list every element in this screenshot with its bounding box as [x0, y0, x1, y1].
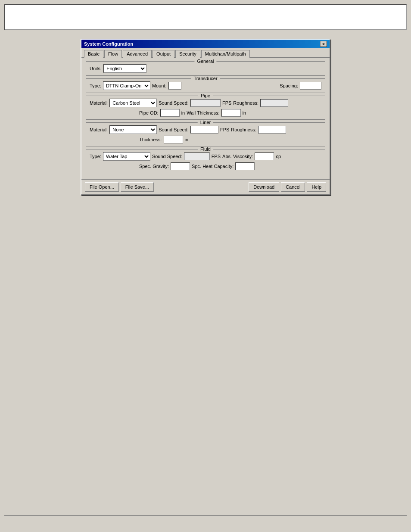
- content-area: System Configuration × Basic Flow Advanc…: [4, 34, 407, 199]
- fluid-row1: Type: Water Tap Sound Speed: 4911.50 FPS…: [90, 152, 321, 161]
- fluid-spec-grav-input[interactable]: 1.00: [171, 162, 190, 170]
- help-button[interactable]: Help: [307, 182, 326, 192]
- fluid-sound-label: Sound Speed:: [152, 154, 182, 159]
- fluid-abs-visc-label: Abs. Viscosity:: [222, 154, 253, 159]
- pipe-od-input[interactable]: 0.84: [160, 109, 180, 117]
- liner-roughness-label: Roughness:: [231, 127, 256, 132]
- liner-thick-label: Thickness:: [139, 137, 162, 142]
- fluid-cp-label: cp: [276, 154, 281, 159]
- transducer-title: Transducer: [191, 76, 220, 81]
- download-button[interactable]: Download: [249, 182, 279, 192]
- pipe-title: Pipe: [198, 93, 213, 98]
- pipe-sound-input[interactable]: 10398.00: [190, 99, 221, 107]
- pipe-material-select[interactable]: Carbon Steel: [109, 99, 157, 107]
- tab-output[interactable]: Output: [153, 50, 174, 58]
- bottom-buttons: File Open... File Save... Download Cance…: [81, 179, 330, 194]
- tab-multichan[interactable]: Multichan/Multipath: [201, 50, 250, 58]
- spacing-input[interactable]: 0.71: [300, 82, 321, 90]
- liner-title: Liner: [198, 120, 213, 125]
- pipe-sound-label: Sound Speed:: [159, 100, 189, 106]
- liner-row1: Material: None Sound Speed: FPS Roughnes…: [90, 125, 321, 134]
- pipe-row2: Pipe OD: 0.84 in Wall Thickness: 0.109 i…: [90, 109, 321, 117]
- dialog-window: System Configuration × Basic Flow Advanc…: [81, 39, 330, 195]
- fluid-spec-grav-label: Spec. Gravity:: [139, 164, 169, 169]
- pipe-in-label: in: [181, 110, 185, 115]
- fluid-type-label: Type:: [90, 154, 101, 159]
- transducer-row: Type: DTTN Clamp-On Mount: V Spacing: 0.…: [90, 81, 321, 90]
- units-label: Units:: [90, 66, 102, 71]
- pipe-od-label: Pipe OD:: [139, 110, 159, 115]
- general-section: General Units: English: [86, 61, 325, 76]
- pipe-wall-label: Wall Thickness:: [187, 110, 219, 115]
- units-row: Units: English: [90, 64, 321, 73]
- fluid-spec-heat-label: Spc. Heat Capacity:: [192, 164, 234, 169]
- general-title: General: [194, 59, 216, 64]
- pipe-material-label: Material:: [90, 100, 108, 106]
- liner-thick-input[interactable]: 0: [164, 136, 183, 143]
- dialog-title: System Configuration: [84, 41, 133, 47]
- fluid-title: Fluid: [198, 146, 213, 152]
- fluid-sound-input[interactable]: 4911.50: [184, 152, 210, 160]
- pipe-in2-label: in: [243, 110, 246, 115]
- tab-flow[interactable]: Flow: [104, 50, 122, 58]
- fluid-fps-label: FPS: [212, 154, 221, 159]
- pipe-roughness-input[interactable]: 0.000150: [260, 99, 288, 107]
- transducer-type-label: Type:: [90, 83, 101, 88]
- fluid-abs-visc-input[interactable]: 1.00: [255, 152, 274, 160]
- liner-section: Liner Material: None Sound Speed: FPS Ro…: [86, 122, 325, 146]
- tab-basic[interactable]: Basic: [84, 50, 103, 58]
- fluid-type-select[interactable]: Water Tap: [103, 152, 150, 161]
- outer-frame: System Configuration × Basic Flow Advanc…: [0, 0, 411, 532]
- tab-security[interactable]: Security: [175, 50, 200, 58]
- tab-bar: Basic Flow Advanced Output Security Mult…: [81, 48, 330, 58]
- transducer-type-select[interactable]: DTTN Clamp-On: [103, 81, 150, 90]
- units-select[interactable]: English: [103, 64, 146, 73]
- liner-roughness-input[interactable]: [258, 126, 286, 134]
- bottom-bar: [4, 515, 407, 528]
- pipe-wall-input[interactable]: 0.109: [221, 109, 241, 117]
- fluid-spec-heat-input[interactable]: 1: [235, 162, 255, 170]
- transducer-section: Transducer Type: DTTN Clamp-On Mount: V …: [86, 78, 325, 93]
- dialog-titlebar: System Configuration ×: [81, 40, 330, 48]
- pipe-row1: Material: Carbon Steel Sound Speed: 1039…: [90, 99, 321, 107]
- pipe-roughness-label: Roughness:: [233, 100, 258, 106]
- cancel-button[interactable]: Cancel: [281, 182, 305, 192]
- close-button[interactable]: ×: [320, 41, 327, 47]
- tab-advanced[interactable]: Advanced: [123, 50, 152, 58]
- liner-material-label: Material:: [90, 127, 108, 132]
- fluid-section: Fluid Type: Water Tap Sound Speed: 4911.…: [86, 149, 325, 173]
- mount-input[interactable]: V: [168, 82, 181, 90]
- liner-row2: Thickness: 0 in: [90, 136, 321, 143]
- liner-fps-label: FPS: [220, 127, 229, 132]
- liner-sound-label: Sound Speed:: [159, 127, 189, 132]
- top-bar: [4, 4, 407, 30]
- file-save-button[interactable]: File Save...: [121, 182, 154, 192]
- liner-material-select[interactable]: None: [109, 125, 157, 134]
- liner-in-label: in: [185, 137, 189, 142]
- pipe-section: Pipe Material: Carbon Steel Sound Speed:…: [86, 96, 325, 120]
- pipe-fps-label: FPS: [222, 100, 231, 106]
- liner-sound-input[interactable]: [190, 126, 218, 134]
- dialog-body: General Units: English Transducer Type:: [81, 58, 330, 179]
- file-open-button[interactable]: File Open...: [85, 182, 119, 192]
- fluid-row2: Spec. Gravity: 1.00 Spc. Heat Capacity: …: [90, 162, 321, 170]
- spacing-label: Spacing:: [280, 83, 298, 88]
- mount-label: Mount:: [152, 83, 167, 88]
